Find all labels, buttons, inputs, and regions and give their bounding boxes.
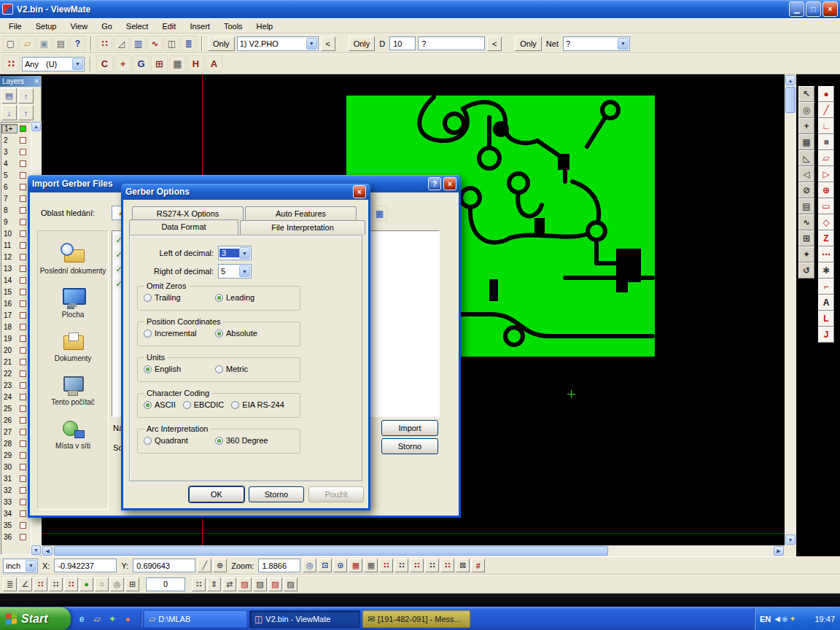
menu-edit[interactable]: Edit xyxy=(156,20,182,32)
menu-view[interactable]: View xyxy=(64,20,93,32)
layer-row-25[interactable]: 25 xyxy=(1,402,31,414)
layer-color-swatch[interactable] xyxy=(20,347,26,354)
layer-row-20[interactable]: 20 xyxy=(1,344,31,356)
import-cancel-button[interactable]: Storno xyxy=(381,438,438,454)
tab-file-interpretation[interactable]: File Interpretation xyxy=(240,220,365,235)
draw-hook-icon[interactable]: J xyxy=(818,327,834,343)
radio-incremental[interactable]: Incremental xyxy=(144,329,208,338)
place-desktop[interactable]: Plocha xyxy=(38,287,108,319)
layer-color-swatch[interactable] xyxy=(20,149,26,155)
taskbar-button-d-mlab[interactable]: ▱D:\MLAB xyxy=(144,610,247,628)
tray-hide-chevron-icon[interactable]: ◀ xyxy=(774,615,780,623)
layer-color-swatch[interactable] xyxy=(20,487,26,494)
only-dcode-toggle[interactable]: Only xyxy=(349,36,376,51)
layer-row-14[interactable]: 14 xyxy=(1,274,31,286)
taskbar-button-191-482-091-mess[interactable]: ✉[191-482-091] - Mess... xyxy=(362,610,470,628)
dots-grid-icon[interactable]: ∷ xyxy=(192,578,206,591)
layer-color-swatch[interactable] xyxy=(20,230,26,237)
layer-color-swatch[interactable] xyxy=(20,359,26,365)
layer-row-16[interactable]: 16 xyxy=(1,298,31,309)
draw-star-icon[interactable]: ✱ xyxy=(818,262,834,279)
units-combo[interactable]: inch ▼ xyxy=(3,559,38,573)
angle-snap-icon[interactable]: ∠ xyxy=(18,578,32,591)
film-box-5-icon[interactable]: ∷ xyxy=(440,559,454,572)
tab-rs274-x-options[interactable]: RS274-X Options xyxy=(132,206,244,220)
open-file-icon[interactable]: ▱ xyxy=(20,36,35,51)
layer-color-swatch[interactable] xyxy=(20,254,26,260)
origin-icon[interactable]: ⊕ xyxy=(213,559,227,572)
radio-360-degree[interactable]: 360 Degree xyxy=(215,436,279,445)
layer-row-36[interactable]: 36 xyxy=(1,531,31,542)
layer-move-up-icon[interactable]: ↑ xyxy=(18,105,34,120)
gerber-dialog-titlebar[interactable]: Gerber Options × xyxy=(121,184,370,200)
layer-color-swatch[interactable] xyxy=(20,335,26,342)
layer-row-10[interactable]: 10 xyxy=(1,228,31,239)
combo-arrow-icon[interactable]: ▼ xyxy=(26,560,36,572)
layer-color-swatch[interactable] xyxy=(20,219,26,225)
layer-color-swatch[interactable] xyxy=(20,464,26,470)
layer-row-31[interactable]: 31 xyxy=(1,472,31,484)
net-stack-icon[interactable]: ≣ xyxy=(3,578,17,591)
layer-row-29[interactable]: 29 xyxy=(1,449,31,461)
radio-english[interactable]: English xyxy=(144,365,208,373)
radio-trailing[interactable]: Trailing xyxy=(144,293,208,302)
sine-tool-icon[interactable]: ∿ xyxy=(798,214,814,230)
layer-color-swatch[interactable] xyxy=(20,452,26,459)
layer-stack-icon[interactable]: ▤ xyxy=(1,88,17,104)
dcode-grid-icon[interactable]: ▦ xyxy=(349,559,362,572)
dropdown-arrow-icon[interactable]: ▼ xyxy=(239,265,250,277)
measure-tool-icon[interactable]: ◿ xyxy=(114,36,129,51)
gerber-dialog-close-button[interactable]: × xyxy=(353,185,366,198)
layer-color-swatch[interactable] xyxy=(20,289,26,295)
signal-plot-icon[interactable]: ∿ xyxy=(147,36,163,51)
layer-color-swatch[interactable] xyxy=(20,125,26,132)
layer-row-23[interactable]: 23 xyxy=(1,379,31,391)
place-documents[interactable]: Dokumenty xyxy=(38,330,108,362)
layer-color-swatch[interactable] xyxy=(20,312,26,319)
layer-row-35[interactable]: 35 xyxy=(1,519,31,531)
film-box-2-icon[interactable]: ∷ xyxy=(394,559,408,572)
layer-row-27[interactable]: 27 xyxy=(1,426,31,438)
dcode-filter-field[interactable]: ? xyxy=(418,36,485,50)
grid-toggle-icon[interactable]: ⊞ xyxy=(125,578,139,591)
vertical-pan-icon[interactable]: ⇕ xyxy=(207,578,221,591)
report-list-icon[interactable]: ≣ xyxy=(181,36,196,51)
place-recent[interactable]: Poslední dokumenty xyxy=(38,243,108,275)
context-help-icon[interactable]: ? xyxy=(70,36,85,51)
menu-setup[interactable]: Setup xyxy=(30,20,63,32)
combo-arrow-icon[interactable]: ▼ xyxy=(72,58,83,70)
layer-row-34[interactable]: 34 xyxy=(1,508,31,519)
grid-tool-icon[interactable]: ⊞ xyxy=(798,230,814,246)
layer-row-11[interactable]: 11 xyxy=(1,239,31,251)
layer-row-12[interactable]: 12 xyxy=(1,251,31,262)
layer-row-17[interactable]: 17 xyxy=(1,309,31,321)
only-net-toggle[interactable]: Only xyxy=(515,36,542,51)
layer-color-swatch[interactable] xyxy=(20,195,26,202)
layer-row-5[interactable]: 5 xyxy=(1,169,31,181)
only-layer-toggle[interactable]: Only xyxy=(208,36,235,51)
layer-color-swatch[interactable] xyxy=(20,277,26,284)
layer-color-swatch[interactable] xyxy=(20,265,26,272)
draw-obround-icon[interactable]: ▱ xyxy=(818,150,834,166)
layer-color-swatch[interactable] xyxy=(20,394,26,400)
fill-rect-icon[interactable]: ▦ xyxy=(798,134,814,150)
layer-color-swatch[interactable] xyxy=(20,207,26,214)
fill-pattern-1-icon[interactable]: ▨ xyxy=(238,578,252,591)
layer-combo[interactable]: 1) V2.PHO ▼ xyxy=(237,36,319,51)
layer-color-swatch[interactable] xyxy=(20,242,26,249)
layer-move-down-icon[interactable]: ↓ xyxy=(1,105,17,120)
highlight-net-icon[interactable]: H xyxy=(187,55,204,72)
scroll-up-button[interactable]: ▲ xyxy=(785,75,796,85)
highlight-text-icon[interactable]: A xyxy=(206,55,222,72)
layer-row-26[interactable]: 26 xyxy=(1,414,31,426)
draw-polyline-icon[interactable]: ∟ xyxy=(818,118,834,134)
save-file-icon[interactable]: ▣ xyxy=(36,36,52,51)
probe-icon[interactable]: ◎ xyxy=(110,578,124,591)
radio-quadrant[interactable]: Quadrant xyxy=(144,436,208,445)
restore-button[interactable]: □ xyxy=(806,1,821,17)
dialog-help-button[interactable]: ? xyxy=(428,177,441,190)
layer-row-13[interactable]: 13 xyxy=(1,262,31,274)
draw-text-icon[interactable]: A xyxy=(818,295,834,311)
layer-row-24[interactable]: 24 xyxy=(1,391,31,402)
layer-color-swatch[interactable] xyxy=(20,440,26,447)
